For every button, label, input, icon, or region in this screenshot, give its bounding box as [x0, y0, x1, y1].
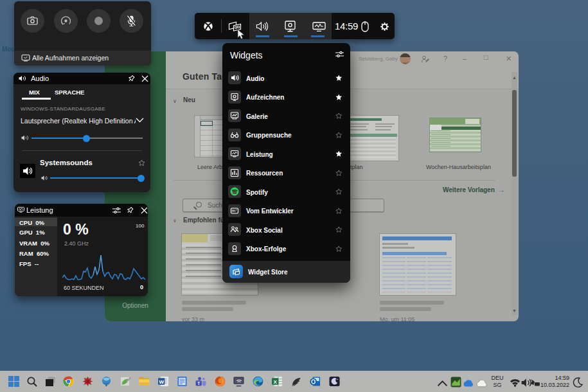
svg-text:W: W [159, 379, 164, 385]
svg-text:T: T [197, 381, 200, 386]
svg-text:X: X [274, 379, 278, 385]
